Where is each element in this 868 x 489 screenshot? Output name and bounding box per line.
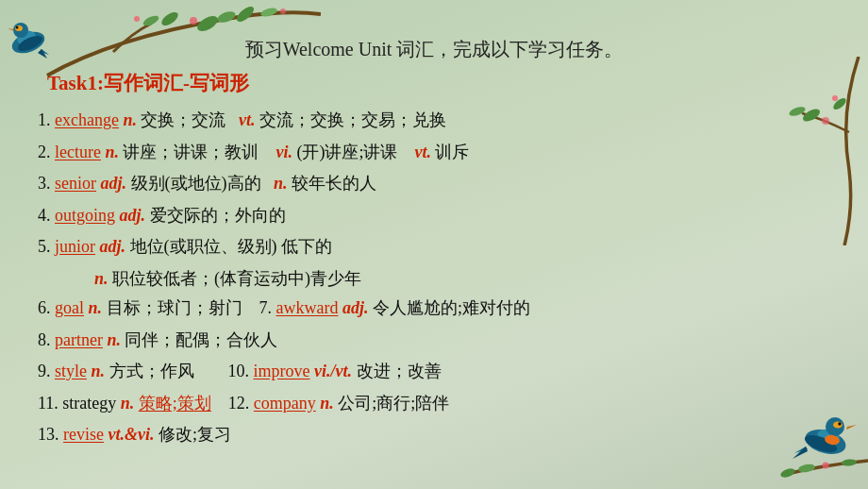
vocab-def-3n: 较年长的人 — [292, 174, 376, 193]
vocab-list: 1. exchange n. 交换；交流 vt. 交流；交换；交易；兑换 2. … — [38, 106, 830, 450]
vocab-pos-2vt: vt. — [414, 143, 431, 161]
vocab-word-exchange: exchange — [55, 110, 119, 129]
vocab-word-improve: improve — [254, 362, 310, 380]
vocab-word-awkward: awkward — [276, 298, 339, 317]
vocab-def-13vivt: 修改;复习 — [159, 425, 231, 444]
vocab-def-5adj: 地位(或职位、级别) 低下的 — [130, 237, 333, 256]
svg-point-9 — [259, 7, 277, 18]
svg-point-25 — [823, 463, 829, 469]
vocab-word-company: company — [254, 394, 316, 413]
svg-point-14 — [134, 16, 140, 22]
main-content: 预习Welcome Unit 词汇，完成以下学习任务。 Task1:写作词汇-写… — [19, 27, 849, 462]
vocab-def-2vt: 训斥 — [435, 143, 469, 161]
vocab-pos-9n: n. — [92, 362, 106, 380]
vocab-word-lecture: lecture — [55, 143, 101, 161]
vocab-def-1vt: 交流；交换；交易；兑换 — [259, 110, 446, 129]
vocab-num-1: 1. — [38, 110, 51, 129]
task-title: Task1:写作词汇-写词形 — [47, 70, 830, 96]
vocab-pos-5adj: adj. — [100, 237, 126, 256]
vocab-def-11n-underline: 策略;策划 — [139, 394, 211, 413]
vocab-word-senior: senior — [55, 174, 96, 193]
svg-point-11 — [159, 9, 180, 28]
svg-point-13 — [280, 8, 286, 14]
vocab-def-3adj: 级别(或地位)高的 — [131, 174, 270, 193]
vocab-pos-1vt: vt. — [239, 110, 256, 129]
vocab-def-10vivt: 改进；改善 — [357, 362, 442, 380]
svg-point-22 — [779, 467, 796, 480]
vocab-pos-6n: n. — [89, 298, 103, 317]
vocab-def-9n: 方式；作风 10. — [109, 362, 250, 380]
vocab-item-5-n: n. 职位较低者；(体育运动中)青少年 — [94, 264, 830, 295]
vocab-pos-1n: n. — [123, 110, 137, 129]
vocab-num-6: 6. — [38, 298, 51, 317]
vocab-item-4: 4. outgoing adj. 爱交际的；外向的 — [38, 201, 830, 231]
vocab-item-11-12: 11. strategy n. 策略;策划 12. company n. 公司;… — [38, 389, 830, 419]
vocab-pos-3n: n. — [274, 174, 288, 193]
vocab-pos-5n: n. — [94, 269, 108, 288]
vocab-num-8: 8. — [38, 330, 51, 349]
vocab-pos-3adj: adj. — [101, 174, 127, 193]
vocab-def-12n: 公司;商行;陪伴 — [338, 394, 449, 413]
vocab-num-5: 5. — [38, 237, 51, 256]
vocab-def-2vi: (开)讲座;讲课 — [296, 143, 410, 161]
vocab-word-goal: goal — [55, 298, 84, 317]
vocab-def-1n: 交换；交流 — [141, 110, 234, 129]
vocab-spacer-11: 12. — [215, 394, 249, 413]
vocab-item-1: 1. exchange n. 交换；交流 vt. 交流；交换；交易；兑换 — [38, 106, 830, 136]
vocab-num-2: 2. — [38, 143, 51, 161]
vocab-word-junior: junior — [55, 237, 95, 256]
vocab-def-6n: 目标；球门；射门 7. — [107, 298, 273, 317]
vocab-item-13: 13. revise vt.&vi. 修改;复习 — [38, 420, 830, 450]
vocab-item-8: 8. partner n. 同伴；配偶；合伙人 — [38, 326, 830, 356]
vocab-pos-2n: n. — [105, 143, 119, 161]
vocab-item-6-7: 6. goal n. 目标；球门；射门 7. awkward adj. 令人尴尬… — [38, 294, 830, 324]
vocab-def-8n: 同伴；配偶；合伙人 — [125, 330, 277, 349]
vocab-num-11: 11. strategy — [38, 394, 116, 413]
vocab-pos-13vivt: vt.&vi. — [108, 425, 154, 444]
vocab-item-3: 3. senior adj. 级别(或地位)高的 n. 较年长的人 — [38, 169, 830, 199]
vocab-def-2n: 讲座；讲课；教训 — [123, 143, 272, 161]
vocab-pos-12n: n. — [320, 394, 334, 413]
vocab-num-9: 9. — [38, 362, 51, 380]
vocab-item-5: 5. junior adj. 地位(或职位、级别) 低下的 — [38, 232, 830, 262]
svg-point-12 — [190, 17, 197, 25]
header-title: 预习Welcome Unit 词汇，完成以下学习任务。 — [38, 37, 830, 62]
vocab-def-4adj: 爱交际的；外向的 — [150, 206, 286, 225]
vocab-def-5n: 职位较低者；(体育运动中)青少年 — [112, 269, 361, 288]
vocab-pos-4adj: adj. — [120, 206, 146, 225]
vocab-pos-10vivt: vi./vt. — [314, 362, 352, 380]
vocab-word-outgoing: outgoing — [55, 206, 115, 225]
vocab-word-partner: partner — [55, 330, 103, 349]
vocab-num-3: 3. — [38, 174, 51, 193]
vocab-word-style: style — [55, 362, 87, 380]
vocab-pos-2vi: vi. — [275, 143, 292, 161]
vocab-pos-11n: n. — [121, 394, 135, 413]
vocab-word-revise: revise — [63, 425, 104, 444]
vocab-item-9-10: 9. style n. 方式；作风 10. improve vi./vt. 改进… — [38, 357, 830, 387]
svg-point-7 — [216, 9, 237, 25]
vocab-pos-8n: n. — [107, 330, 121, 349]
vocab-item-2: 2. lecture n. 讲座；讲课；教训 vi. (开)讲座;讲课 vt. … — [38, 138, 830, 168]
vocab-def-7adj: 令人尴尬的;难对付的 — [373, 298, 530, 317]
vocab-num-13: 13. — [38, 425, 59, 444]
vocab-pos-7adj: adj. — [342, 298, 369, 317]
vocab-num-4: 4. — [38, 206, 51, 225]
